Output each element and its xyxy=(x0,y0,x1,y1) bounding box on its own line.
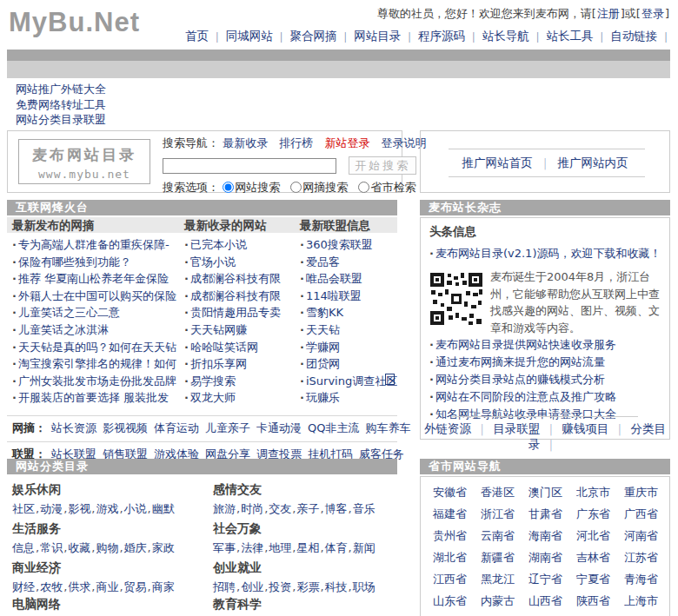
category-sublink[interactable]: 音乐 xyxy=(353,502,376,515)
site-link[interactable]: 双龙大师 xyxy=(190,391,236,404)
category-sublink[interactable]: 彩票 xyxy=(296,580,319,593)
ranking-link[interactable]: 排行榜 xyxy=(279,136,313,149)
article-link[interactable]: 网站在不同阶段的注意点及推广攻略 xyxy=(435,390,616,403)
digest-link[interactable]: 开服装店的首要选择 服装批发 xyxy=(18,391,169,404)
category-sublink[interactable]: 地理 xyxy=(269,541,291,554)
category-sublink[interactable]: 财经 xyxy=(12,580,35,593)
top-nav-link[interactable]: 程序源码 xyxy=(418,29,465,43)
digest-link[interactable]: 保险有哪些独到功能？ xyxy=(18,255,131,268)
magazine-footer-link[interactable]: 目录联盟 xyxy=(493,421,540,435)
union-link[interactable]: 114啦联盟 xyxy=(306,289,362,302)
category-sublink[interactable]: 时尚 xyxy=(241,502,263,515)
article-link[interactable]: 麦布网站目录提供网站快速收录服务 xyxy=(435,338,616,351)
province-link[interactable]: 广西省 xyxy=(624,507,658,520)
province-link[interactable]: 海南省 xyxy=(528,529,562,542)
site-link[interactable]: 哈哈哒笑话网 xyxy=(190,341,258,354)
category-sublink[interactable]: 法律 xyxy=(241,541,263,554)
category-sublink[interactable]: 职场 xyxy=(353,580,376,593)
province-link[interactable]: 新疆省 xyxy=(481,551,515,564)
category-sublink[interactable]: 购物 xyxy=(96,541,118,554)
option-website-search[interactable]: 网站搜索 xyxy=(223,181,280,194)
magazine-footer-link[interactable]: 赚钱项目 xyxy=(562,421,608,435)
province-link[interactable]: 重庆市 xyxy=(624,486,658,499)
category-sublink[interactable]: 婚庆 xyxy=(124,541,147,554)
radio-website-search[interactable] xyxy=(223,182,234,193)
province-link[interactable]: 香港区 xyxy=(481,486,515,499)
province-link[interactable]: 贵州省 xyxy=(433,529,467,542)
new-site-register-link[interactable]: 新站登录 xyxy=(324,136,369,149)
digest-link[interactable]: 儿童笑话之冰淇淋 xyxy=(18,323,109,336)
site-link[interactable]: 成都澜谷科技有限 xyxy=(190,272,281,285)
union-link[interactable]: 雪豹KK xyxy=(306,306,343,319)
top-nav-link[interactable]: 聚合网摘 xyxy=(289,29,336,43)
category-sublink[interactable]: 科技 xyxy=(325,580,348,593)
quick-link[interactable]: 网站分类目录联盟 xyxy=(16,113,106,126)
digest-category-link[interactable]: QQ非主流 xyxy=(308,421,359,434)
promote-innerpage-link[interactable]: 推广网站内页 xyxy=(558,156,628,169)
category-sublink[interactable]: 幽默 xyxy=(152,502,175,515)
province-link[interactable]: 浙江省 xyxy=(481,507,515,520)
radio-province-search[interactable] xyxy=(358,182,369,193)
union-link[interactable]: 天天钻 xyxy=(306,323,340,336)
site-link[interactable]: 易学搜索 xyxy=(190,374,236,387)
province-link[interactable]: 陕西省 xyxy=(576,594,610,607)
province-link[interactable]: 广东省 xyxy=(576,507,610,520)
top-nav-link[interactable]: 自动链接 xyxy=(610,29,657,43)
province-link[interactable]: 吉林省 xyxy=(576,551,610,564)
site-link[interactable]: 贵阳情趣用品专卖 xyxy=(190,306,281,319)
article-link[interactable]: 网站分类目录站点的赚钱模式分析 xyxy=(435,373,605,386)
digest-link[interactable]: 儿童笑话之三心二意 xyxy=(18,306,120,319)
search-button[interactable]: 开始搜索 xyxy=(349,156,416,175)
union-link[interactable]: 玩赚乐 xyxy=(306,391,340,404)
union-link[interactable]: iSurving调查社区 xyxy=(306,374,397,387)
category-sublink[interactable]: 博客 xyxy=(325,502,348,515)
category-sublink[interactable]: 招聘 xyxy=(213,580,236,593)
digest-link[interactable]: 外籍人士在中国可以购买的保险 xyxy=(18,289,176,302)
site-link[interactable]: 官场小说 xyxy=(190,255,236,268)
province-link[interactable]: 澳门区 xyxy=(528,486,562,499)
province-link[interactable]: 湖北省 xyxy=(433,551,467,564)
category-sublink[interactable]: 投资 xyxy=(269,580,291,593)
province-link[interactable]: 安徽省 xyxy=(433,486,467,499)
category-title[interactable]: 电脑网络 xyxy=(12,597,199,613)
category-sublink[interactable]: 商业 xyxy=(96,580,118,593)
category-sublink[interactable]: 商家 xyxy=(152,580,175,593)
article-link[interactable]: 通过麦布网摘来提升您的网站流量 xyxy=(435,355,605,368)
article-link[interactable]: 知名网址导航站收录申请登录口大全 xyxy=(435,407,616,421)
quick-link[interactable]: 网站推广外链大全 xyxy=(16,83,106,96)
digest-link[interactable]: 天天钻是真的吗？如何在天天钻 xyxy=(18,341,176,354)
promote-homepage-link[interactable]: 推广网站首页 xyxy=(462,156,532,169)
top-nav-link[interactable]: 首页 xyxy=(185,29,209,43)
top-nav-link[interactable]: 同城网站 xyxy=(226,29,273,43)
category-sublink[interactable]: 农牧 xyxy=(40,580,63,593)
category-sublink[interactable]: 军事 xyxy=(213,541,236,554)
province-link[interactable]: 山东省 xyxy=(433,594,467,607)
site-link[interactable]: 折扣乐享网 xyxy=(190,357,247,370)
site-link[interactable]: 已完本小说 xyxy=(190,238,247,251)
province-link[interactable]: 河北省 xyxy=(576,529,610,542)
province-link[interactable]: 江西省 xyxy=(433,573,467,586)
province-link[interactable]: 上海市 xyxy=(624,594,658,607)
category-sublink[interactable]: 常识 xyxy=(40,541,63,554)
province-link[interactable]: 湖南省 xyxy=(528,551,562,564)
province-link[interactable]: 内蒙古 xyxy=(481,594,515,607)
category-title[interactable]: 娱乐休闲 xyxy=(12,482,199,498)
category-sublink[interactable]: 创业 xyxy=(241,580,263,593)
latest-included-link[interactable]: 最新收录 xyxy=(223,136,268,149)
category-sublink[interactable]: 信息 xyxy=(12,541,35,554)
headline-link[interactable]: 麦布网站目录(v2.1)源码，欢迎下载和收藏！ xyxy=(435,247,661,260)
category-sublink[interactable]: 亲子 xyxy=(296,502,319,515)
category-sublink[interactable]: 体育 xyxy=(325,541,348,554)
category-title[interactable]: 社会万象 xyxy=(213,521,400,537)
category-title[interactable]: 教育科学 xyxy=(213,597,400,613)
digest-category-link[interactable]: 卡通动漫 xyxy=(256,421,302,434)
province-link[interactable]: 江苏省 xyxy=(624,551,658,564)
category-sublink[interactable]: 小说 xyxy=(124,502,147,515)
digest-link[interactable]: 广州女装批发市场走份批发品牌 xyxy=(18,374,176,387)
category-sublink[interactable]: 游戏 xyxy=(96,502,118,515)
magazine-footer-link[interactable]: 外链资源 xyxy=(424,421,471,435)
register-link[interactable]: 注册 xyxy=(597,7,620,20)
province-link[interactable]: 辽宁省 xyxy=(528,573,562,586)
category-sublink[interactable]: 动漫 xyxy=(40,502,63,515)
province-link[interactable]: 黑龙江 xyxy=(481,573,515,586)
